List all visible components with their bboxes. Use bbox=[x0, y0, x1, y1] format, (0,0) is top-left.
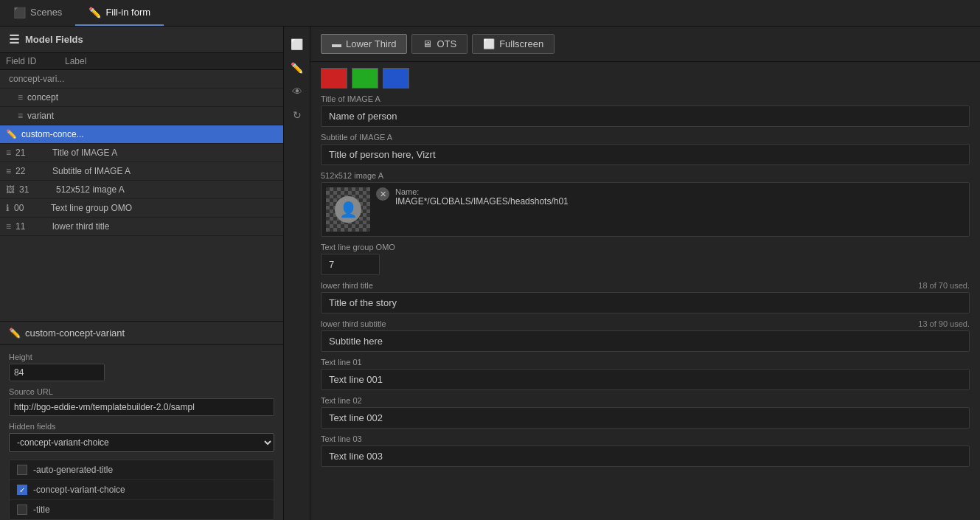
checkbox-concept-variant-choice[interactable] bbox=[17, 485, 27, 495]
field-item-22[interactable]: ≡ 22 Subtitle of IMAGE A bbox=[0, 162, 283, 181]
image-name-label: Name: bbox=[395, 187, 569, 196]
field-group-subtitle-image-a: Subtitle of IMAGE A bbox=[321, 133, 970, 165]
preview-tab-lower-third[interactable]: ▬ Lower Third bbox=[321, 34, 407, 54]
height-row: Height bbox=[9, 353, 274, 381]
concept-varia-row: concept-vari... bbox=[0, 70, 283, 89]
field-label-title-image-a: Title of IMAGE A bbox=[321, 94, 970, 103]
input-title-image-a[interactable] bbox=[321, 105, 970, 127]
hidden-field-auto-generated-title[interactable]: -auto-generated-title bbox=[10, 460, 274, 480]
field-item-11[interactable]: ≡ 11 lower third title bbox=[0, 218, 283, 236]
field-item-21[interactable]: ≡ 21 Title of IMAGE A bbox=[0, 144, 283, 162]
field-group-lower-third-title: lower third title 18 of 70 used. bbox=[321, 281, 970, 313]
fill-in-form-icon: ✏️ bbox=[88, 7, 101, 18]
char-count-lower-third-subtitle: 13 of 90 used. bbox=[918, 319, 970, 328]
concept-varia-text: concept-vari... bbox=[9, 74, 64, 84]
hamburger-icon: ☰ bbox=[9, 32, 19, 46]
col-id-header: Field ID bbox=[6, 56, 65, 66]
field-00-id: 00 bbox=[14, 203, 51, 213]
field-21-id: 21 bbox=[15, 148, 52, 158]
eye-toolbar-icon[interactable]: 👁 bbox=[287, 81, 307, 102]
hidden-fields-list: -auto-generated-title -concept-variant-c… bbox=[9, 460, 274, 520]
preview-tabs: ▬ Lower Third 🖥 OTS ⬜ Fullscreen bbox=[310, 27, 980, 62]
scenes-icon: ⬛ bbox=[13, 7, 26, 18]
swatch-blue[interactable] bbox=[383, 68, 409, 89]
ots-tab-label: OTS bbox=[437, 38, 456, 49]
col-label-header: Label bbox=[65, 56, 277, 66]
model-fields-header: ☰ Model Fields bbox=[0, 27, 283, 53]
edit-toolbar-icon[interactable]: ✏️ bbox=[287, 58, 307, 78]
field-item-concept[interactable]: ≡ concept bbox=[0, 89, 283, 107]
field-label-lower-third-subtitle: lower third subtitle 13 of 90 used. bbox=[321, 319, 970, 328]
page-toolbar-icon[interactable]: ⬜ bbox=[287, 34, 307, 55]
ots-tab-icon: 🖥 bbox=[423, 38, 432, 49]
lines-icon: ≡ bbox=[18, 92, 23, 103]
input-text-line-02[interactable] bbox=[321, 407, 970, 429]
image-icon: 🖼 bbox=[6, 184, 15, 195]
info-icon: ℹ bbox=[6, 203, 10, 213]
field-list: concept-vari... ≡ concept ≡ variant ✏️ c… bbox=[0, 70, 283, 321]
field-group-text-line-02: Text line 02 bbox=[321, 396, 970, 429]
field-31-id: 31 bbox=[19, 184, 56, 195]
checkbox-title[interactable] bbox=[17, 505, 27, 515]
image-close-button[interactable]: ✕ bbox=[376, 187, 389, 201]
tab-fill-in-form-label: Fill-in form bbox=[105, 7, 150, 18]
source-url-row: Source URL bbox=[9, 387, 274, 416]
hidden-field-title[interactable]: -title bbox=[10, 500, 274, 519]
field-31-label: 512x512 image A bbox=[56, 184, 277, 195]
tab-scenes[interactable]: ⬛ Scenes bbox=[0, 0, 75, 26]
fullscreen-tab-label: Fullscreen bbox=[499, 38, 543, 49]
swatch-green[interactable] bbox=[352, 68, 378, 89]
field-variant-label: variant bbox=[27, 111, 277, 121]
tab-fill-in-form[interactable]: ✏️ Fill-in form bbox=[75, 0, 164, 26]
field-label-text-line-01: Text line 01 bbox=[321, 358, 970, 367]
field-group-text-line-03: Text line 03 bbox=[321, 434, 970, 467]
field-item-31[interactable]: 🖼 31 512x512 image A bbox=[0, 181, 283, 199]
field-item-variant[interactable]: ≡ variant bbox=[0, 107, 283, 125]
field-22-id: 22 bbox=[15, 166, 52, 176]
preview-tab-ots[interactable]: 🖥 OTS bbox=[411, 34, 468, 54]
custom-concept-variant-label: ✏️ custom-concept-variant bbox=[0, 322, 283, 345]
field-group-text-line-01: Text line 01 bbox=[321, 358, 970, 390]
lines-icon-2: ≡ bbox=[18, 111, 23, 121]
field-label-subtitle-image-a: Subtitle of IMAGE A bbox=[321, 133, 970, 142]
field-item-custom-conce[interactable]: ✏️ custom-conce... bbox=[0, 125, 283, 144]
color-swatches bbox=[310, 62, 980, 94]
right-panel: ▬ Lower Third 🖥 OTS ⬜ Fullscreen Title bbox=[310, 27, 980, 520]
field-group-title-image-a: Title of IMAGE A bbox=[321, 94, 970, 127]
lines-icon-4: ≡ bbox=[6, 166, 11, 176]
lower-third-tab-label: Lower Third bbox=[346, 38, 396, 49]
field-label-text-line-group-omo: Text line group OMO bbox=[321, 243, 970, 252]
concept-variant-choice-label: -concept-variant-choice bbox=[33, 485, 125, 495]
main-area: ☰ Model Fields Field ID Label concept-va… bbox=[0, 27, 980, 520]
hidden-fields-row: Hidden fields -concept-variant-choice bbox=[9, 422, 274, 452]
preview-tab-fullscreen[interactable]: ⬜ Fullscreen bbox=[472, 34, 555, 54]
input-lower-third-subtitle[interactable] bbox=[321, 330, 970, 352]
height-input[interactable] bbox=[9, 364, 105, 381]
source-url-input[interactable] bbox=[9, 398, 274, 416]
lines-icon-5: ≡ bbox=[6, 221, 11, 232]
field-label-lower-third-title: lower third title 18 of 70 used. bbox=[321, 281, 970, 290]
input-text-line-group-omo[interactable] bbox=[321, 254, 380, 275]
field-label-image-a: 512x512 image A bbox=[321, 171, 970, 180]
hidden-fields-select[interactable]: -concept-variant-choice bbox=[9, 433, 274, 452]
input-lower-third-title[interactable] bbox=[321, 292, 970, 313]
height-label: Height bbox=[9, 353, 274, 361]
hidden-field-concept-variant-choice[interactable]: -concept-variant-choice bbox=[10, 480, 274, 500]
checkbox-auto-generated-title[interactable] bbox=[17, 465, 27, 475]
field-label-text-line-03: Text line 03 bbox=[321, 434, 970, 443]
edit-icon-bottom: ✏️ bbox=[9, 327, 21, 339]
field-00-label: Text line group OMO bbox=[51, 203, 277, 213]
refresh-toolbar-icon[interactable]: ↻ bbox=[287, 105, 307, 125]
input-text-line-01[interactable] bbox=[321, 369, 970, 390]
field-item-00[interactable]: ℹ 00 Text line group OMO bbox=[0, 199, 283, 218]
swatch-red[interactable] bbox=[321, 68, 347, 89]
title-field-label: -title bbox=[33, 505, 50, 515]
input-subtitle-image-a[interactable] bbox=[321, 144, 970, 165]
hidden-fields-label: Hidden fields bbox=[9, 422, 274, 431]
field-11-label: lower third title bbox=[52, 221, 277, 232]
char-count-lower-third-title: 18 of 70 used. bbox=[918, 281, 970, 290]
field-group-text-line-group-omo: Text line group OMO bbox=[321, 243, 970, 275]
model-fields-title: Model Fields bbox=[25, 34, 83, 45]
input-text-line-03[interactable] bbox=[321, 446, 970, 467]
field-21-label: Title of IMAGE A bbox=[52, 148, 277, 158]
